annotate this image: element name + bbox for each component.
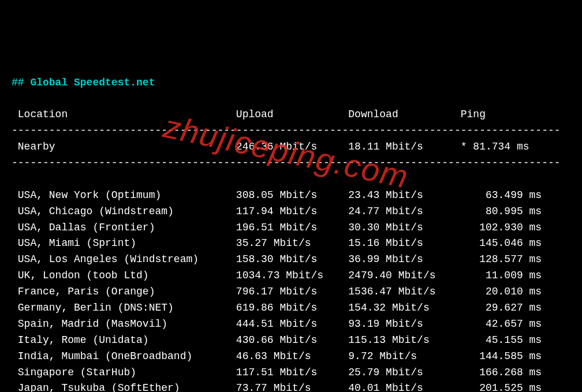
table-row: USA, Miami (Sprint) 35.27 Mbit/s 15.16 M…	[12, 237, 542, 249]
table-row: France, Paris (Orange) 796.17 Mbit/s 153…	[12, 286, 542, 297]
table-row: USA, Los Angeles (Windstream) 158.30 Mbi…	[12, 253, 542, 265]
terminal-output: ## Global Speedtest.net Location Upload …	[12, 75, 570, 392]
table-row: USA, Chicago (Windstream) 117.94 Mbit/s …	[12, 206, 542, 217]
section-title: ## Global Speedtest.net	[12, 77, 155, 88]
table-row: Japan, Tsukuba (SoftEther) 73.77 Mbit/s …	[12, 382, 542, 392]
table-row: Italy, Rome (Unidata) 430.66 Mbit/s 115.…	[12, 334, 542, 346]
table-row: Germany, Berlin (DNS:NET) 619.86 Mbit/s …	[12, 302, 542, 313]
table-row: Spain, Madrid (MasMovil) 444.51 Mbit/s 9…	[12, 318, 542, 330]
table-row: USA, New York (Optimum) 308.05 Mbit/s 23…	[12, 189, 542, 201]
separator-line: ----------------------------------------…	[12, 125, 561, 136]
nearby-row: Nearby 246.36 Mbit/s 18.11 Mbit/s * 81.7…	[12, 141, 529, 152]
table-row: India, Mumbai (OneBroadband) 46.63 Mbit/…	[12, 350, 542, 362]
table-row: USA, Dallas (Frontier) 196.51 Mbit/s 30.…	[12, 222, 542, 233]
table-row: UK, London (toob Ltd) 1034.73 Mbit/s 247…	[12, 270, 542, 281]
separator-line: ----------------------------------------…	[12, 157, 561, 169]
column-headers: Location Upload Download Ping	[12, 109, 486, 120]
table-row: Singapore (StarHub) 117.51 Mbit/s 25.79 …	[12, 367, 542, 378]
